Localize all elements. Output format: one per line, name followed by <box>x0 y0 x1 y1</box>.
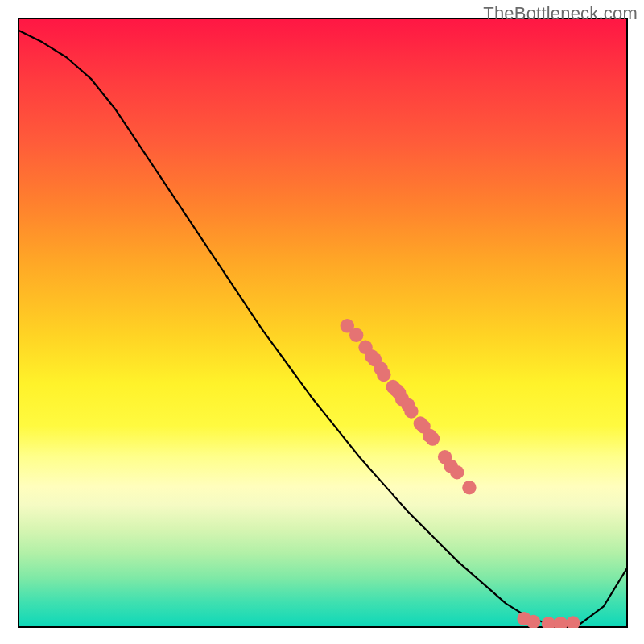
svg-point-19 <box>450 465 464 479</box>
svg-point-23 <box>542 617 555 628</box>
chart-container: TheBottleneck.com <box>0 0 644 644</box>
svg-point-6 <box>377 368 390 382</box>
marker-points <box>341 319 580 628</box>
svg-point-24 <box>554 617 568 628</box>
svg-point-1 <box>349 328 363 341</box>
svg-point-16 <box>426 431 440 445</box>
svg-point-12 <box>404 404 418 418</box>
watermark-text: TheBottleneck.com <box>483 3 638 24</box>
bottleneck-curve <box>18 30 628 625</box>
chart-overlay <box>18 18 628 628</box>
svg-point-20 <box>462 481 476 494</box>
svg-point-25 <box>566 616 580 628</box>
